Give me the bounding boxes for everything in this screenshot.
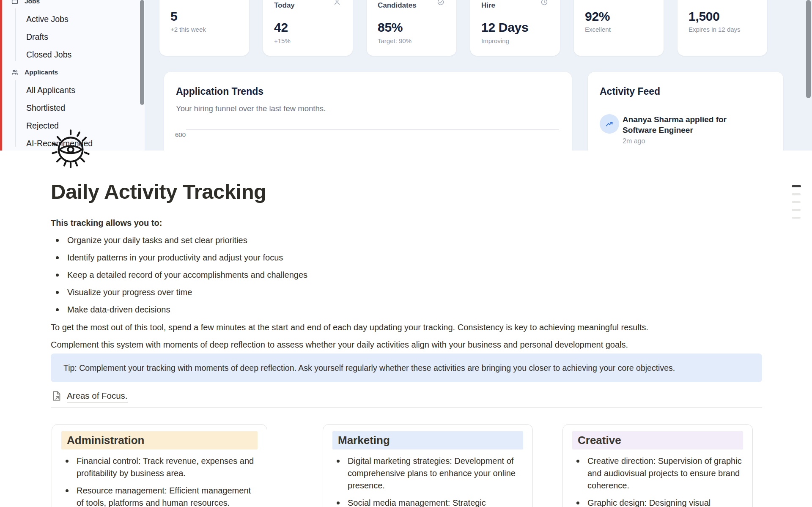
stat-card-subtext: +2 this week	[170, 26, 206, 33]
focus-card-bullets: Digital marketing strategies: Developmen…	[332, 455, 523, 507]
person-icon	[333, 0, 341, 6]
people-icon	[11, 69, 19, 76]
stat-card: 1,500Expires in 12 days	[678, 0, 767, 56]
dashboard-section: JobsActive JobsDraftsClosed JobsApplican…	[0, 0, 812, 151]
stat-card-subtext: Excellent	[585, 26, 611, 33]
list-item: Organize your daily tasks and set clear …	[51, 234, 762, 247]
application-trends-panel: Application Trends Your hiring funnel ov…	[164, 72, 572, 151]
document-body: Daily Activity Tracking This tracking al…	[51, 151, 762, 411]
check-circle-icon	[437, 0, 444, 6]
stat-card-value: 1,500	[689, 9, 720, 24]
focus-card-title: Marketing	[338, 433, 518, 447]
list-item: Identify patterns in your productivity a…	[51, 251, 762, 264]
list-item: Financial control: Track revenue, expens…	[61, 455, 258, 480]
feed-entry-time: 2m ago	[623, 137, 762, 145]
paragraph: To get the most out of this tool, spend …	[51, 321, 762, 334]
feed-entry-text: Ananya Sharma applied for Software Engin…	[623, 114, 762, 135]
table-of-contents-widget	[792, 185, 801, 219]
sidebar-section-label: Jobs	[25, 0, 40, 5]
tip-callout: Tip: Complement your tracking with momen…	[51, 354, 762, 382]
sidebar-item-shortlisted[interactable]: Shortlisted	[2, 99, 145, 117]
panel-subtitle: Your hiring funnel over the last few mon…	[176, 104, 326, 113]
page-link-icon	[51, 390, 62, 403]
stat-card-subtext: Expires in 12 days	[689, 26, 741, 33]
page-scrollbar-thumb[interactable]	[806, 0, 811, 98]
focus-card-title: Administration	[67, 433, 252, 447]
y-axis-tick-label: 600	[175, 131, 186, 138]
toc-bar[interactable]	[792, 209, 801, 211]
focus-card-creative: CreativeCreative direction: Supervision …	[562, 424, 753, 507]
clock-icon	[540, 0, 548, 6]
stat-card-value: 12 Days	[481, 20, 528, 35]
panel-title: Activity Feed	[600, 86, 660, 97]
feed-entry[interactable]: Ananya Sharma applied for Software Engin…	[623, 114, 762, 145]
toc-bar[interactable]	[792, 193, 801, 195]
focus-card-administration: AdministrationFinancial control: Track r…	[52, 424, 267, 507]
stat-card-value: 42	[274, 20, 288, 35]
focus-card-title: Creative	[578, 433, 738, 447]
sidebar-item-active-jobs[interactable]: Active Jobs	[2, 10, 145, 28]
eye-doodle-icon[interactable]	[49, 126, 93, 170]
activity-feed-panel: Activity Feed Ananya Sharma applied for …	[588, 72, 783, 151]
stat-card: Hire12 DaysImproving	[470, 0, 560, 56]
sidebar-section-label: Applicants	[25, 69, 58, 76]
list-item: Resource management: Efficient managemen…	[61, 485, 258, 507]
list-item: Social media management: Strategic	[332, 497, 523, 507]
stat-card: 92%Excellent	[574, 0, 664, 56]
stat-card-title: Candidates	[378, 1, 417, 10]
list-item: Graphic design: Designing visual	[572, 497, 743, 507]
focus-card-title-highlight: Marketing	[332, 431, 523, 449]
trend-up-icon	[600, 114, 619, 134]
sidebar-item-closed-jobs[interactable]: Closed Jobs	[2, 46, 145, 63]
page-title: Daily Activity Tracking	[51, 151, 762, 205]
sidebar-section-jobs[interactable]: Jobs	[2, 0, 145, 10]
stat-card: Candidates85%Target: 90%	[367, 0, 456, 56]
toc-bar[interactable]	[792, 217, 801, 219]
stat-card: 5+2 this week	[159, 0, 249, 56]
list-item: Keep a detailed record of your accomplis…	[51, 269, 762, 281]
tip-text: Tip: Complement your tracking with momen…	[63, 363, 675, 373]
focus-card-title-highlight: Creative	[572, 431, 743, 449]
stat-card-value: 5	[170, 9, 177, 24]
areas-of-focus-link[interactable]: Areas of Focus.	[51, 389, 128, 404]
doc-bullet-list: Organize your daily tasks and set clear …	[51, 234, 762, 316]
divider	[51, 407, 762, 408]
focus-card-bullets: Financial control: Track revenue, expens…	[61, 455, 258, 507]
toc-bar[interactable]	[792, 185, 801, 187]
stat-card-value: 92%	[585, 9, 610, 24]
list-item: Digital marketing strategies: Developmen…	[332, 455, 523, 492]
briefcase-icon	[11, 0, 19, 5]
stat-card-title: Today	[274, 1, 295, 10]
stat-card: Today42+15%	[263, 0, 353, 56]
stat-card-subtext: Improving	[481, 37, 509, 44]
stat-card-value: 85%	[378, 20, 403, 35]
focus-card-marketing: MarketingDigital marketing strategies: D…	[323, 424, 533, 507]
stat-card-subtext: Target: 90%	[378, 37, 411, 44]
paragraph: Complement this system with moments of d…	[51, 338, 762, 351]
sidebar-item-all-applicants[interactable]: All Applicants	[2, 81, 145, 99]
intro-heading: This tracking allows you to:	[51, 218, 762, 228]
panel-title: Application Trends	[176, 86, 263, 97]
stat-card-subtext: +15%	[274, 37, 291, 44]
sidebar-scrollbar-thumb[interactable]	[140, 0, 144, 105]
sidebar-item-drafts[interactable]: Drafts	[2, 28, 145, 46]
list-item: Visualize your progress over time	[51, 286, 762, 299]
list-item: Creative direction: Supervision of graph…	[572, 455, 743, 492]
link-label: Areas of Focus.	[67, 391, 128, 403]
focus-card-bullets: Creative direction: Supervision of graph…	[572, 455, 743, 507]
list-item: Make data-driven decisions	[51, 303, 762, 316]
focus-card-title-highlight: Administration	[61, 431, 258, 449]
screen: JobsActive JobsDraftsClosed JobsApplican…	[0, 0, 812, 507]
sidebar-section-applicants[interactable]: Applicants	[2, 63, 145, 81]
stat-card-title: Hire	[481, 1, 495, 10]
toc-bar[interactable]	[792, 201, 801, 203]
chart-gridline	[186, 129, 559, 130]
